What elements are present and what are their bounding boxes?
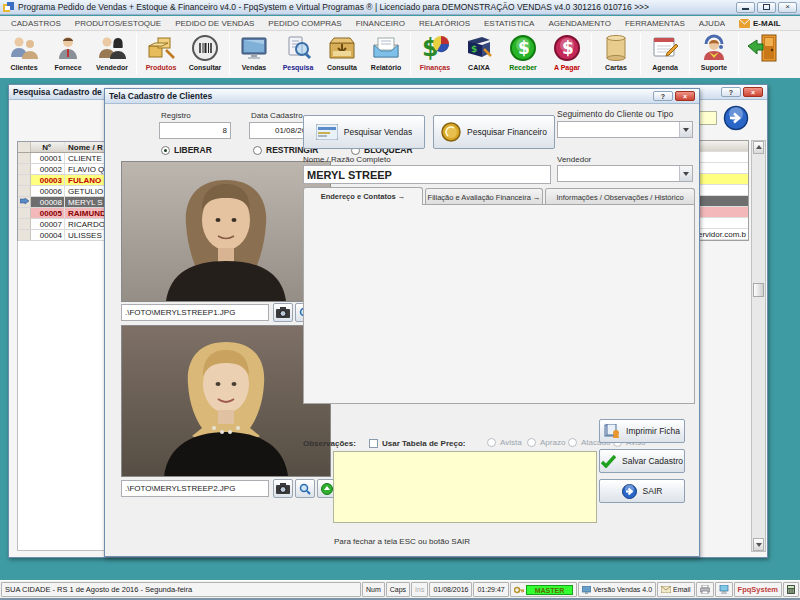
menu-cadastros[interactable]: CADASTROS (4, 18, 68, 29)
menubar: CADASTROS PRODUTOS/ESTOQUE PEDIDO DE VEN… (0, 16, 800, 31)
vendedor-dropdown[interactable] (557, 165, 693, 182)
menu-estatistica[interactable]: ESTATISTICA (477, 18, 541, 29)
clients-icon (9, 32, 39, 64)
coin-icon (441, 122, 461, 142)
dialog-titlebar[interactable]: Tela Cadastro de Clientes ? × (105, 89, 699, 104)
camera-button[interactable] (273, 303, 293, 322)
magnifier-icon (299, 483, 311, 495)
salvar-cadastro-button[interactable]: Salvar Cadastro (599, 449, 685, 473)
toolbar-button-agenda[interactable]: Agenda (643, 32, 687, 77)
scroll-up-icon[interactable] (753, 141, 764, 154)
toolbar-label: Cartas (605, 64, 627, 71)
products-icon (146, 32, 176, 64)
status-insert: Ins (411, 582, 428, 597)
toolbar-button-consultar[interactable]: Consultar (183, 32, 227, 77)
photo1-path-input[interactable] (121, 304, 269, 321)
help-icon[interactable]: ? (653, 91, 673, 101)
tab-endereco-contatos[interactable]: Endereço e Contatos → (303, 187, 423, 205)
printer-icon (700, 585, 710, 594)
toolbar-button-caixa[interactable]: $ CAIXA (457, 32, 501, 77)
go-search-button[interactable] (723, 105, 749, 133)
radio-avista[interactable]: Avista (487, 438, 522, 447)
pay-icon: $ (553, 32, 581, 64)
col-num-header[interactable]: Nº (31, 142, 65, 152)
menu-email[interactable]: E-MAIL (732, 18, 788, 29)
menu-ajuda[interactable]: AJUDA (692, 18, 732, 29)
pesquisar-financeiro-button[interactable]: Pesquisar Financeiro (433, 115, 555, 149)
registro-label: Registro (161, 111, 191, 120)
menu-ferramentas[interactable]: FERRAMENTAS (618, 18, 692, 29)
dialog-footer-hint: Para fechar a tela ESC ou botão SAIR (105, 537, 699, 546)
pesquisar-vendas-button[interactable]: Pesquisar Vendas (303, 115, 425, 149)
usar-tabela-checkbox[interactable] (369, 439, 378, 448)
toolbar-button-receber[interactable]: $ Receber (501, 32, 545, 77)
email-icon (739, 19, 750, 28)
seguimento-dropdown[interactable] (557, 121, 693, 138)
camera-icon (276, 483, 290, 494)
toolbar-separator (738, 33, 739, 75)
toolbar-button-suporte[interactable]: Suporte (692, 32, 736, 77)
observacoes-label: Observações: (303, 439, 356, 448)
chevron-down-icon (679, 122, 692, 137)
sair-button[interactable]: SAIR (599, 479, 685, 503)
status-date: 01/08/2016 (429, 582, 472, 597)
close-icon[interactable]: × (675, 91, 695, 101)
toolbar-label: Agenda (652, 64, 678, 71)
maximize-icon[interactable] (757, 2, 776, 13)
menu-pedido-de-vendas[interactable]: PEDIDO DE VENDAS (168, 18, 261, 29)
menu-pedido-compras[interactable]: PEDIDO COMPRAS (261, 18, 348, 29)
help-icon[interactable]: ? (721, 87, 741, 97)
toolbar-button-vendedor[interactable]: Vendedor (90, 32, 134, 77)
toolbar-label: Produtos (146, 64, 177, 71)
statusbar: SUA CIDADE - RS 1 de Agosto de 2016 - Se… (0, 580, 800, 598)
menu-produtos-estoque[interactable]: PRODUTOS/ESTOQUE (68, 18, 168, 29)
scrollbar-thumb[interactable] (753, 283, 764, 297)
menu-agendamento[interactable]: AGENDAMENTO (541, 18, 618, 29)
observacoes-textarea[interactable] (333, 451, 597, 523)
camera-button[interactable] (273, 479, 293, 498)
toolbar-button-a-pagar[interactable]: $ A Pagar (545, 32, 589, 77)
toolbar-label: Relatório (371, 64, 401, 71)
toolbar-separator (136, 33, 137, 75)
zoom-photo-button[interactable] (295, 479, 315, 498)
toolbar-button-fornece[interactable]: Fornece (46, 32, 90, 77)
client-photo-1 (121, 161, 331, 302)
radio-aprazo[interactable]: Aprazo (527, 438, 565, 447)
toolbar-button-pesquisa[interactable]: Pesquisa (276, 32, 320, 77)
user-badge: MASTER (526, 585, 574, 595)
seguimento-label: Seguimento do Cliente ou Tipo (557, 109, 673, 119)
toolbar-button-relatorio[interactable]: Relatório (364, 32, 408, 77)
toolbar-separator (689, 33, 690, 75)
close-icon[interactable]: × (778, 2, 797, 13)
scroll-down-icon[interactable] (753, 538, 764, 551)
toolbar-button-vendas[interactable]: Vendas (232, 32, 276, 77)
status-location: SUA CIDADE - RS 1 de Agosto de 2016 - Se… (1, 582, 361, 597)
menu-relatorios[interactable]: RELATÓRIOS (412, 18, 477, 29)
toolbar-button-cartas[interactable]: Cartas (594, 32, 638, 77)
minimize-icon[interactable] (736, 2, 755, 13)
vertical-scrollbar[interactable] (751, 140, 766, 552)
toolbar-separator (640, 33, 641, 75)
close-icon[interactable]: × (743, 87, 763, 97)
registro-input[interactable] (159, 122, 231, 139)
toolbar-button-financas[interactable]: $ Finanças (413, 32, 457, 77)
toolbar-button-clientes[interactable]: Clientes (2, 32, 46, 77)
radio-liberar[interactable]: LIBERAR (161, 145, 212, 155)
supplier-icon (55, 32, 81, 64)
toolbar-label: Fornece (54, 64, 81, 71)
imprimir-ficha-button[interactable]: Imprimir Ficha (599, 419, 685, 443)
nome-input[interactable] (303, 165, 551, 184)
tab-informacoes-historico[interactable]: Informações / Observações / Histórico (545, 188, 695, 205)
menu-financeiro[interactable]: FINANCEIRO (349, 18, 412, 29)
toolbar-button-exit[interactable] (741, 32, 785, 77)
status-calculator (783, 582, 799, 597)
camera-icon (276, 307, 290, 318)
tab-filiacao-financeira[interactable]: Filiação e Avaliação Financeira → (425, 188, 543, 205)
photo2-path-input[interactable] (121, 480, 269, 497)
toolbar-button-consulta[interactable]: Consulta (320, 32, 364, 77)
computer-icon (719, 585, 729, 594)
main-toolbar: Clientes Fornece Vendedor Produtos Consu… (0, 31, 800, 78)
search-doc-icon (284, 32, 312, 64)
toolbar-button-produtos[interactable]: Produtos (139, 32, 183, 77)
status-email[interactable]: Email (657, 582, 695, 597)
